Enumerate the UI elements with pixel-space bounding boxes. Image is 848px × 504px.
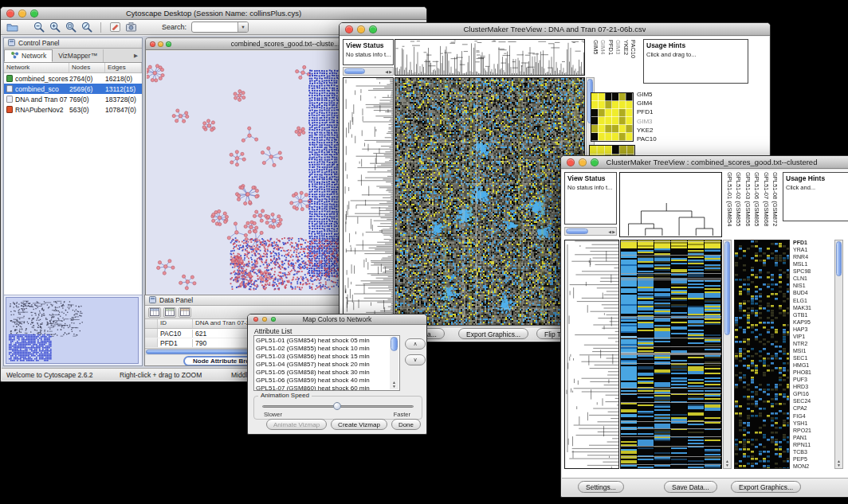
tv1-gene-label: GIM4 [637, 100, 669, 107]
close-icon[interactable] [253, 317, 258, 322]
zoom-in-icon[interactable] [48, 21, 62, 33]
treeview-combined-titlebar[interactable]: ClusterMaker TreeView : combined_scores_… [561, 156, 848, 169]
close-icon[interactable] [345, 25, 353, 33]
tab-network[interactable]: Network [4, 49, 53, 62]
zoom-icon[interactable] [271, 317, 276, 322]
attribute-list-item[interactable]: GPL51-04 (GSM857) heat shock 20 min [256, 361, 389, 369]
zoom-out-icon[interactable] [32, 21, 46, 33]
zoom-fit-icon[interactable] [80, 21, 94, 33]
col-network[interactable]: Network [4, 63, 69, 72]
attribute-list-item[interactable]: GPL51-02 (GSM855) heat shock 10 min [256, 345, 389, 353]
create-vizmap-button[interactable]: Create Vizmap [331, 419, 387, 430]
tv2-summary-canvas[interactable] [734, 240, 790, 469]
table-view-icon-1[interactable] [148, 307, 161, 318]
birdseye-canvas[interactable] [6, 297, 139, 364]
view-status-text: No status info t... [567, 184, 614, 191]
network-table-row[interactable]: combined_scores2764(0)16218(0) [4, 73, 142, 84]
zoom-icon[interactable] [166, 41, 171, 47]
view-status-hscrollbar[interactable]: ◀▶ [343, 67, 394, 76]
export-graphics-button[interactable]: Export Graphics... [458, 328, 528, 339]
scrollbar-thumb[interactable] [566, 229, 588, 234]
scrollbar-arrows[interactable]: ▲▼ [724, 459, 731, 467]
scrollbar-arrows[interactable]: ◀▶ [385, 68, 392, 75]
scrollbar-arrows[interactable]: ◀▶ [608, 228, 615, 235]
col-nodes[interactable]: Nodes [69, 63, 105, 72]
close-icon[interactable] [567, 158, 575, 166]
zoom-icon[interactable] [369, 25, 377, 33]
tv2-gene-list: PFD1YRA1RNR4MSL1SPC98CLN1NIS1BUD4ELG1MAK… [793, 240, 833, 469]
control-panel-tabs: Network VizMapper™ ▶ [4, 49, 142, 63]
col-id[interactable]: ID [158, 319, 193, 328]
dialog-titlebar[interactable]: Map Colors to Network [248, 315, 426, 325]
save-data-button[interactable]: Save Data... [664, 481, 717, 493]
settings-button[interactable]: Settings... [578, 481, 624, 493]
tv2-gene-label: KAP95 [793, 319, 833, 325]
tv1-correlation-matrix-canvas[interactable] [591, 92, 634, 142]
tv2-vscrollbar[interactable]: ▲▼ [723, 240, 732, 469]
attribute-list[interactable]: GPL51-01 (GSM854) heat shock 05 minGPL51… [253, 335, 400, 391]
network-table-body: combined_scores2764(0)16218(0)combined_s… [4, 73, 142, 115]
view-status-panel: View Status No status info t... [564, 172, 617, 225]
done-button[interactable]: Done [391, 419, 421, 430]
col-edges[interactable]: Edges [105, 63, 142, 72]
network-table-row[interactable]: combined_sco2569(6)13112(15) [4, 84, 142, 94]
tv2-gene-label: SEC1 [793, 355, 833, 361]
tv2-column-dendrogram-canvas[interactable] [619, 172, 722, 237]
scrollbar-arrows[interactable]: ▲▼ [835, 459, 842, 467]
scrollbar-thumb[interactable] [391, 337, 398, 351]
tab-overflow-arrow-icon[interactable]: ▶ [130, 53, 142, 59]
search-input[interactable]: ▼ [191, 21, 249, 33]
zoom-icon[interactable] [591, 158, 599, 166]
tv1-row-dendrogram-canvas[interactable] [343, 77, 394, 326]
move-up-button[interactable]: ∧ [405, 338, 426, 350]
tv1-column-dendrogram-canvas[interactable] [395, 39, 585, 76]
open-folder-icon[interactable] [5, 21, 19, 33]
table-view-icon-2[interactable] [163, 307, 176, 318]
tab-vizmapper[interactable]: VizMapper™ [53, 49, 104, 62]
tv1-column-labels: GIM5GIM4PFD1GIM3YKE2PAC10 [591, 39, 642, 90]
tv2-gene-label: NIS1 [793, 283, 833, 288]
treeview-dna-titlebar[interactable]: ClusterMaker TreeView : DNA and Tran 07-… [340, 23, 770, 36]
minimize-icon[interactable] [18, 10, 26, 18]
scrollbar-thumb[interactable] [344, 68, 365, 74]
network-table-row[interactable]: RNAPuberNov2563(0)107847(0) [4, 104, 142, 115]
tv2-gene-vscrollbar[interactable]: ▲▼ [834, 240, 843, 469]
animation-speed-slider[interactable] [262, 402, 414, 412]
minimize-icon[interactable] [357, 25, 365, 33]
minimize-icon[interactable] [579, 158, 587, 166]
table-view-icon-3[interactable] [179, 307, 191, 318]
scrollbar-thumb[interactable] [724, 241, 730, 335]
move-down-button[interactable]: ∨ [405, 354, 426, 365]
main-titlebar[interactable]: Cytoscape Desktop (Session Name: collins… [1, 7, 426, 20]
treeview-combined-buttonbar: Settings... Save Data... Export Graphics… [562, 478, 848, 496]
minimize-icon[interactable] [262, 317, 267, 322]
network-file-icon [6, 106, 13, 113]
minimize-icon[interactable] [158, 41, 163, 47]
attribute-list-item[interactable]: GPL51-05 (GSM858) heat shock 30 min [256, 369, 389, 377]
zoom-actual-icon[interactable] [64, 21, 78, 33]
tv1-heatmap-canvas[interactable] [395, 77, 585, 326]
export-graphics-button[interactable]: Export Graphics... [731, 481, 801, 493]
zoom-icon[interactable] [30, 10, 38, 18]
attribute-list-item[interactable]: GPL51-06 (GSM859) heat shock 40 min [256, 377, 389, 385]
view-status-hscrollbar[interactable]: ◀▶ [564, 227, 617, 236]
tv2-heatmap-canvas[interactable] [620, 240, 722, 469]
network-table-row[interactable]: DNA and Tran 07769(0)183728(0) [4, 94, 142, 104]
tv2-gene-label: PFD1 [793, 240, 833, 245]
close-icon[interactable] [150, 41, 155, 47]
animate-vizmap-button[interactable]: Animate Vizmap [266, 419, 327, 430]
slider-knob[interactable] [333, 402, 341, 410]
scrollbar-thumb[interactable] [836, 241, 842, 276]
attribute-list-item[interactable]: GPL51-01 (GSM854) heat shock 05 min [256, 337, 389, 345]
snapshot-icon[interactable] [124, 21, 138, 33]
attribute-list-scrollbar[interactable]: ▲▼ [390, 337, 398, 389]
attribute-list-item[interactable]: GPL51-07 (GSM860) heat shock 60 min [256, 385, 389, 390]
tv2-row-dendrogram-canvas[interactable] [564, 240, 619, 469]
close-icon[interactable] [6, 10, 14, 18]
scrollbar-arrows[interactable]: ▲▼ [390, 381, 398, 389]
annotation-icon[interactable] [108, 21, 122, 33]
chevron-down-icon[interactable]: ▼ [238, 22, 248, 32]
attribute-list-item[interactable]: GPL51-03 (GSM856) heat shock 15 min [256, 353, 389, 361]
network-icon [10, 51, 19, 61]
usage-hints-text: Click and... [786, 184, 848, 191]
